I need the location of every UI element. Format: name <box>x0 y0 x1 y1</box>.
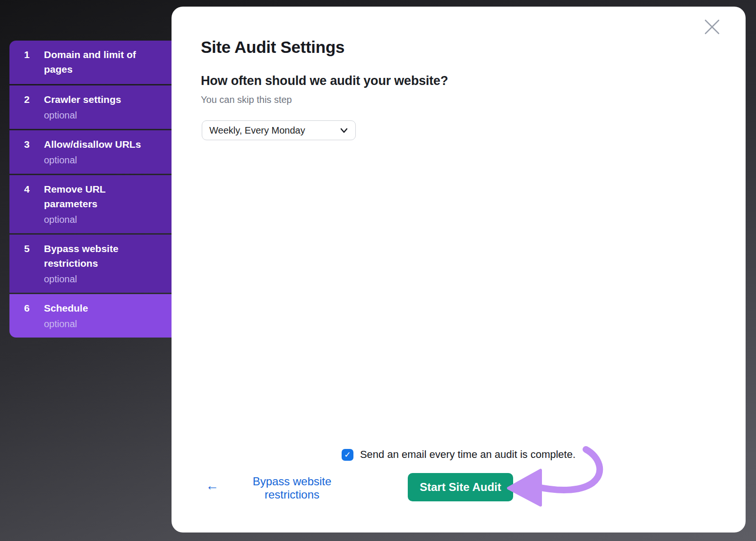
step-sidebar: 1 Domain and limit of pages 2 Crawler se… <box>9 41 172 338</box>
step-number: 2 <box>9 92 44 107</box>
modal-footer: ← Bypass website restrictions Start Site… <box>172 473 746 501</box>
step-number: 3 <box>9 137 44 152</box>
step-number: 5 <box>9 241 44 256</box>
sidebar-item-schedule[interactable]: 6 Schedule optional <box>9 294 172 338</box>
sidebar-item-remove-url-parameters[interactable]: 4 Remove URL parameters optional <box>9 175 172 233</box>
step-label: Remove URL parameters <box>44 182 164 211</box>
step-label: Schedule <box>44 301 164 315</box>
check-icon: ✓ <box>344 450 351 460</box>
audit-frequency-question: How often should we audit your website? <box>201 74 448 88</box>
step-optional-tag: optional <box>44 110 164 121</box>
page-title: Site Audit Settings <box>201 38 344 57</box>
email-checkbox-row: ✓ Send an email every time an audit is c… <box>172 448 746 461</box>
step-label: Allow/disallow URLs <box>44 137 164 152</box>
close-icon[interactable] <box>704 18 721 35</box>
email-checkbox[interactable]: ✓ <box>342 449 353 461</box>
site-audit-settings-modal: Site Audit Settings How often should we … <box>172 7 746 533</box>
skip-step-hint: You can skip this step <box>201 94 292 105</box>
step-label: Crawler settings <box>44 92 164 107</box>
step-number: 4 <box>9 182 44 196</box>
step-optional-tag: optional <box>44 214 164 226</box>
step-optional-tag: optional <box>44 318 164 330</box>
email-checkbox-label[interactable]: Send an email every time an audit is com… <box>360 448 576 461</box>
step-number: 1 <box>9 47 44 62</box>
step-optional-tag: optional <box>44 154 164 166</box>
sidebar-item-bypass-website-restrictions[interactable]: 5 Bypass website restrictions optional <box>9 235 172 293</box>
step-label: Bypass website restrictions <box>44 241 164 270</box>
start-site-audit-button[interactable]: Start Site Audit <box>408 473 513 501</box>
step-number: 6 <box>9 301 44 315</box>
page-background: 1 Domain and limit of pages 2 Crawler se… <box>0 0 756 541</box>
step-optional-tag: optional <box>44 273 164 285</box>
back-arrow-icon[interactable]: ← <box>206 479 219 492</box>
sidebar-item-crawler-settings[interactable]: 2 Crawler settings optional <box>9 85 172 129</box>
sidebar-item-allow-disallow-urls[interactable]: 3 Allow/disallow URLs optional <box>9 130 172 174</box>
step-label: Domain and limit of pages <box>44 47 164 76</box>
sidebar-item-domain-and-limit[interactable]: 1 Domain and limit of pages <box>9 41 172 84</box>
frequency-select[interactable]: Weekly, Every Monday <box>202 120 356 140</box>
frequency-select-value: Weekly, Every Monday <box>209 125 339 136</box>
bypass-website-restrictions-link[interactable]: Bypass website restrictions <box>233 475 351 501</box>
chevron-down-icon <box>339 126 349 135</box>
